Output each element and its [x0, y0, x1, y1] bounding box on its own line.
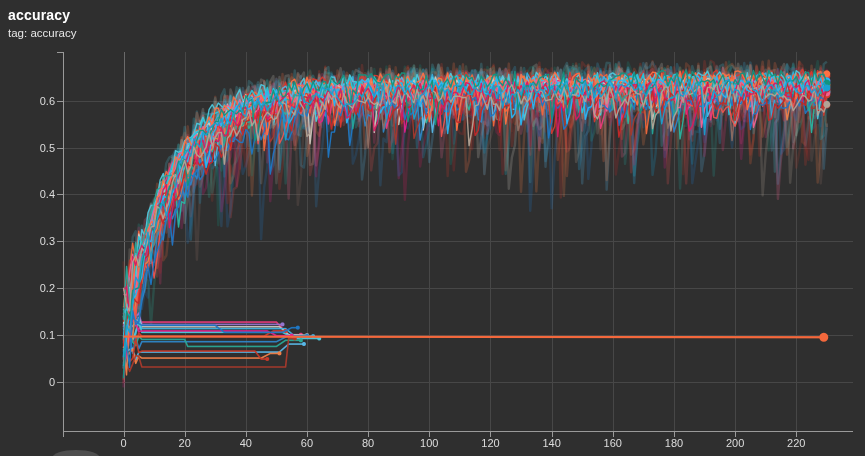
- chart-subtitle: tag: accuracy: [8, 26, 76, 40]
- card-header: accuracy tag: accuracy: [8, 7, 76, 40]
- tensorboard-accuracy-card: accuracy tag: accuracy 00.10.20.30.40.50…: [0, 0, 865, 456]
- accuracy-chart-canvas[interactable]: [0, 0, 865, 456]
- chart-title: accuracy: [8, 7, 76, 25]
